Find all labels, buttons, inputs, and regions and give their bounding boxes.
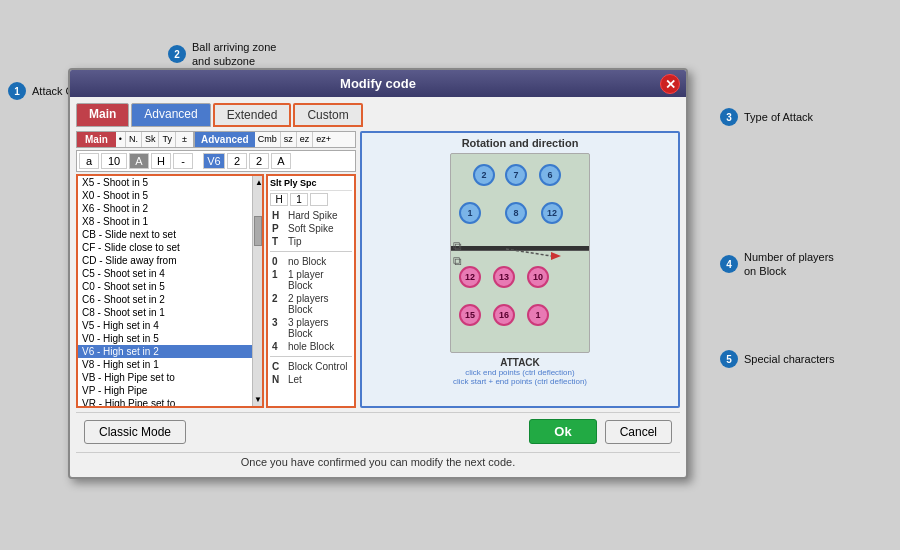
code-item[interactable]: V8 - High set in 1: [78, 358, 252, 371]
extended-panel: Slt Ply Spc H Hard Spike: [266, 174, 356, 408]
dialog-titlebar: Modify code ✕: [70, 70, 686, 97]
scroll-thumb[interactable]: [254, 216, 262, 246]
ext-input-row: [270, 193, 352, 206]
court-area[interactable]: 2 7 6 1 8 12 ⧉: [450, 153, 590, 353]
subtab-bullet: •: [116, 132, 126, 147]
player-6: 6: [539, 164, 561, 186]
code-item[interactable]: CF - Slide close to set: [78, 241, 252, 254]
status-bar: Once you have confirmed you can modify t…: [76, 452, 680, 471]
input-a[interactable]: [79, 153, 99, 169]
input-2a[interactable]: [227, 153, 247, 169]
cancel-button[interactable]: Cancel: [605, 420, 672, 444]
code-item[interactable]: C8 - Shoot set in 1: [78, 306, 252, 319]
player-1-top: 1: [459, 202, 481, 224]
annotation-bubble-4: 4: [720, 255, 738, 273]
subtab-ty: Ty: [159, 132, 176, 147]
player-16: 16: [493, 304, 515, 326]
ext-block-3: 3 3 players Block: [270, 316, 352, 340]
ext-block-2: 2 2 players Block: [270, 292, 352, 316]
rotation-title: Rotation and direction: [462, 137, 579, 149]
ext-item-t: T Tip: [270, 235, 352, 248]
code-item[interactable]: V5 - High set in 4: [78, 319, 252, 332]
ext-input-empty[interactable]: [310, 193, 328, 206]
close-button[interactable]: ✕: [660, 74, 680, 94]
scrollbar[interactable]: ▲ ▼: [252, 176, 262, 406]
tab-advanced[interactable]: Advanced: [131, 103, 210, 127]
code-item[interactable]: CD - Slide away from: [78, 254, 252, 267]
code-item[interactable]: C0 - Shoot set in 5: [78, 280, 252, 293]
player-7: 7: [505, 164, 527, 186]
tabs-row: Main Advanced Extended Custom: [76, 103, 680, 127]
player-10: 10: [527, 266, 549, 288]
subtab-n: N.: [126, 132, 142, 147]
attack-label: ATTACK: [453, 357, 587, 368]
input-v6[interactable]: [203, 153, 225, 169]
code-item[interactable]: X0 - Shoot in 5: [78, 189, 252, 202]
input-dash[interactable]: [173, 153, 193, 169]
paste-icon[interactable]: ⧉: [453, 254, 462, 268]
annotation-4-label: Number of players on Block: [744, 250, 834, 279]
court-sub1: click end points (ctrl deflection): [453, 368, 587, 377]
dialog-footer: Classic Mode Ok Cancel: [76, 412, 680, 448]
ext-block-4: 4 hole Block: [270, 340, 352, 353]
tab-custom[interactable]: Custom: [293, 103, 362, 127]
player-8: 8: [505, 202, 527, 224]
right-panel: Rotation and direction 2 7 6 1 8 12: [360, 131, 680, 408]
annotation-3-label: Type of Attack: [744, 110, 813, 124]
input-h[interactable]: [151, 153, 171, 169]
special-chars-section: C Block Control N Let: [270, 360, 352, 386]
dialog-body: Main Advanced Extended Custom Main • N. …: [70, 97, 686, 477]
court-sub2: click start + end points (ctrl deflectio…: [453, 377, 587, 386]
content-row: Main • N. Sk Ty ± Advanced Cmb sz ez ez+: [76, 131, 680, 408]
player-12-bottom: 12: [459, 266, 481, 288]
code-item[interactable]: C6 - Shoot set in 2: [78, 293, 252, 306]
subtab-ez: ez: [297, 132, 314, 147]
code-item[interactable]: X5 - Shoot in 5: [78, 176, 252, 189]
annotation-bubble-2: 2: [168, 45, 186, 63]
input-a3[interactable]: [271, 153, 291, 169]
player-2: 2: [473, 164, 495, 186]
ok-button[interactable]: Ok: [529, 419, 596, 444]
classic-mode-button[interactable]: Classic Mode: [84, 420, 186, 444]
code-item[interactable]: V6 - High set in 2: [78, 345, 252, 358]
input-row: [76, 150, 356, 172]
player-15: 15: [459, 304, 481, 326]
ext-divider-1: [270, 251, 352, 252]
subtab-cmb: Cmb: [255, 132, 281, 147]
attack-arrow: [506, 234, 566, 264]
ext-item-h: H Hard Spike: [270, 209, 352, 222]
input-2b[interactable]: [249, 153, 269, 169]
code-item[interactable]: VR - High Pipe set to: [78, 397, 252, 406]
ext-input-h[interactable]: [270, 193, 288, 206]
player-13: 13: [493, 266, 515, 288]
ext-block-1: 1 1 player Block: [270, 268, 352, 292]
modify-code-dialog: Modify code ✕ Main Advanced Extended Cus…: [68, 68, 688, 479]
subtab-sz: sz: [281, 132, 297, 147]
code-item[interactable]: X8 - Shoot in 1: [78, 215, 252, 228]
code-item[interactable]: VB - High Pipe set to: [78, 371, 252, 384]
subtab-ez2: ez+: [313, 132, 334, 147]
subtab-sk: Sk: [142, 132, 160, 147]
subtab-adv-header: Advanced: [195, 132, 255, 147]
ext-input-1[interactable]: [290, 193, 308, 206]
input-a2[interactable]: [129, 153, 149, 169]
input-number[interactable]: [101, 153, 127, 169]
code-item[interactable]: VP - High Pipe: [78, 384, 252, 397]
code-item[interactable]: X6 - Shoot in 2: [78, 202, 252, 215]
code-item[interactable]: CB - Slide next to set: [78, 228, 252, 241]
annotation-2: 2 Ball arriving zone and subzone: [168, 40, 292, 69]
tab-extended[interactable]: Extended: [213, 103, 292, 127]
ext-slt-header: Slt Ply Spc: [270, 178, 352, 191]
tab-main[interactable]: Main: [76, 103, 129, 127]
type-of-attack-section: H Hard Spike P Soft Spike T Tip: [270, 209, 352, 248]
code-item[interactable]: V0 - High set in 5: [78, 332, 252, 345]
subtabs-header: Main • N. Sk Ty ± Advanced Cmb sz ez ez+: [76, 131, 356, 148]
code-list[interactable]: X5 - Shoot in 5X0 - Shoot in 5X6 - Shoot…: [78, 176, 252, 406]
code-item[interactable]: C5 - Shoot set in 4: [78, 267, 252, 280]
annotation-bubble-3: 3: [720, 108, 738, 126]
court-labels: ATTACK click end points (ctrl deflection…: [453, 357, 587, 386]
left-panel: Main • N. Sk Ty ± Advanced Cmb sz ez ez+: [76, 131, 356, 408]
dialog-title: Modify code: [340, 76, 416, 91]
copy-icon[interactable]: ⧉: [453, 239, 462, 253]
annotation-bubble-1: 1: [8, 82, 26, 100]
